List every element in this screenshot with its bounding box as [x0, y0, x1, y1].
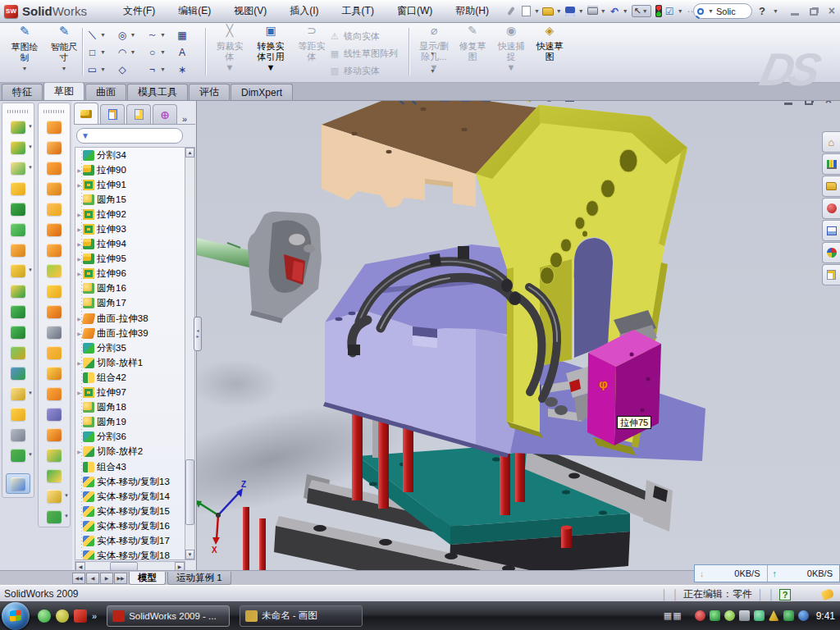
menu-帮助(H)[interactable]: 帮助(H): [444, 0, 500, 22]
feature-tool-icon[interactable]: [39, 445, 70, 465]
feature-manager-tab-configurations[interactable]: [126, 104, 151, 124]
tree-item[interactable]: 分割36: [75, 430, 185, 445]
feature-tool-icon[interactable]: ▼: [2, 137, 34, 158]
open-icon[interactable]: [541, 4, 555, 18]
scrollbar-thumb[interactable]: [185, 459, 194, 525]
next-tab-button[interactable]: ▶: [100, 573, 113, 584]
feature-tool-icon[interactable]: [2, 424, 34, 445]
feature-tool-icon[interactable]: [2, 363, 34, 383]
feature-tool-icon[interactable]: ▼: [2, 158, 34, 178]
menu-文件(F)[interactable]: 文件(F): [112, 0, 167, 22]
tree-item[interactable]: ▶曲面-拉伸38: [75, 311, 185, 326]
feature-tool-icon[interactable]: [2, 199, 34, 219]
tree-item[interactable]: ▶曲面-拉伸39: [75, 326, 185, 340]
sketch-entity-button[interactable]: ◎▼: [116, 30, 146, 41]
feature-tool-icon[interactable]: [2, 178, 34, 199]
feature-tool-icon[interactable]: [39, 260, 70, 281]
toolbar-button-剪裁实[interactable]: ╳剪裁实体▼: [209, 25, 250, 73]
taskpane-window-tab[interactable]: [822, 220, 840, 241]
tree-item[interactable]: ▶拉伸94: [75, 237, 185, 252]
tray-security-icon[interactable]: [695, 610, 705, 621]
sketch-entity-button[interactable]: ◠▼: [116, 47, 146, 58]
feature-tool-icon[interactable]: [39, 424, 70, 445]
tree-item[interactable]: 实体-移动/复制17: [75, 533, 185, 548]
feature-tool-icon[interactable]: [2, 240, 34, 260]
tree-item[interactable]: 实体-移动/复制13: [75, 474, 185, 489]
taskpane-home-tab[interactable]: ⌂: [822, 131, 840, 153]
feature-tool-icon[interactable]: [39, 199, 70, 219]
scroll-up-button[interactable]: ▲: [185, 148, 194, 158]
feature-tool-icon[interactable]: [39, 404, 70, 424]
feature-tool-icon[interactable]: [2, 219, 34, 240]
new-document-icon[interactable]: [519, 4, 533, 18]
doc-close-button[interactable]: ×: [825, 101, 832, 107]
menu-插入(I)[interactable]: 插入(I): [278, 0, 330, 22]
taskpane-library-tab[interactable]: [822, 176, 840, 197]
feature-tool-icon[interactable]: ▼: [39, 506, 70, 527]
tree-item[interactable]: ▶拉伸90: [75, 162, 185, 177]
toolbar-button-等距实[interactable]: ⊃等距实体: [291, 25, 332, 62]
help-button[interactable]: ?: [759, 5, 765, 17]
restore-button[interactable]: [810, 8, 818, 16]
sketch-entity-button[interactable]: ～▼: [145, 28, 176, 42]
sketch-entity-button[interactable]: □▼: [85, 47, 116, 58]
section-view-icon[interactable]: ▼: [441, 101, 455, 102]
sketch-entity-button[interactable]: ¬▼: [145, 64, 176, 75]
sketch-entity-button[interactable]: ∗: [176, 64, 206, 75]
feature-manager-tab-features[interactable]: [74, 103, 98, 124]
tray-network-icon[interactable]: [769, 610, 779, 621]
tree-item[interactable]: ▶拉伸97: [75, 386, 185, 400]
feature-tool-icon[interactable]: [39, 178, 70, 199]
feature-manager-tab-dimxpert[interactable]: ⊕: [153, 104, 177, 124]
tab-评估[interactable]: 评估: [189, 84, 230, 100]
first-tab-button[interactable]: ◀◀: [72, 573, 85, 584]
tree-item[interactable]: ▶切除-放样1: [75, 355, 185, 370]
tree-item[interactable]: ▶拉伸93: [75, 221, 185, 236]
feature-manager-tab-properties[interactable]: [100, 104, 125, 124]
prev-tab-button[interactable]: ◀: [86, 573, 99, 584]
taskpane-appearances-tab[interactable]: [822, 242, 840, 263]
tree-item[interactable]: ▶拉伸95: [75, 252, 185, 267]
menu-视图(V)[interactable]: 视图(V): [222, 0, 278, 22]
tray-im-icon[interactable]: [798, 610, 809, 621]
tray-badge-icon[interactable]: [724, 610, 735, 621]
feature-tool-icon[interactable]: ▼: [39, 486, 70, 506]
status-help-icon[interactable]: ?: [779, 589, 791, 600]
close-button[interactable]: ×: [829, 3, 835, 18]
tree-item[interactable]: 分割35: [75, 340, 185, 355]
panel-splitter[interactable]: ◂▸: [194, 317, 202, 351]
tree-item[interactable]: 圆角16: [75, 281, 185, 296]
feature-tool-icon[interactable]: [39, 322, 70, 342]
tree-filter-input[interactable]: ▼: [76, 128, 183, 144]
menu-窗口(W)[interactable]: 窗口(W): [386, 0, 444, 22]
doc-restore-button[interactable]: [805, 101, 813, 105]
search-box[interactable]: ▼ Solic: [693, 3, 752, 19]
menu-工具(T)[interactable]: 工具(T): [331, 0, 386, 22]
last-tab-button[interactable]: ▶▶: [114, 573, 127, 584]
tree-item[interactable]: 圆角15: [75, 192, 185, 207]
sketch-entity-button[interactable]: A: [176, 47, 206, 58]
feature-tool-icon[interactable]: [39, 363, 70, 383]
appearance-icon[interactable]: ▼: [565, 101, 580, 102]
tray-update-icon[interactable]: [754, 610, 765, 621]
model-tab-模型[interactable]: 模型: [129, 572, 166, 585]
doc-minimize-button[interactable]: [784, 103, 792, 105]
tray-shield-icon[interactable]: [710, 610, 720, 621]
taskpane-note-tab[interactable]: [822, 264, 840, 285]
tree-item[interactable]: 分割34: [75, 148, 185, 162]
toolbar-button-快速草[interactable]: ◈快速草图: [529, 25, 570, 62]
keyboard-icon[interactable]: ▦▦: [664, 610, 682, 621]
feature-tool-icon[interactable]: [39, 281, 70, 301]
launcher-icon[interactable]: [56, 609, 69, 623]
feature-tool-icon[interactable]: ▼: [2, 260, 34, 281]
tree-item[interactable]: 圆角19: [75, 415, 185, 430]
tree-item[interactable]: ▶拉伸91: [75, 177, 185, 192]
tab-曲面[interactable]: 曲面: [85, 84, 126, 100]
options-icon[interactable]: ☑: [663, 4, 677, 18]
toolbar-button-智能尺[interactable]: ✎智能尺寸▼: [44, 25, 84, 80]
feature-tool-icon[interactable]: [39, 342, 70, 363]
realview-icon[interactable]: ▼: [524, 101, 539, 102]
feature-tool-icon[interactable]: ▼: [2, 116, 34, 137]
feature-tool-icon[interactable]: [2, 322, 34, 342]
tree-vertical-scrollbar[interactable]: ▲ ▼: [185, 147, 195, 560]
